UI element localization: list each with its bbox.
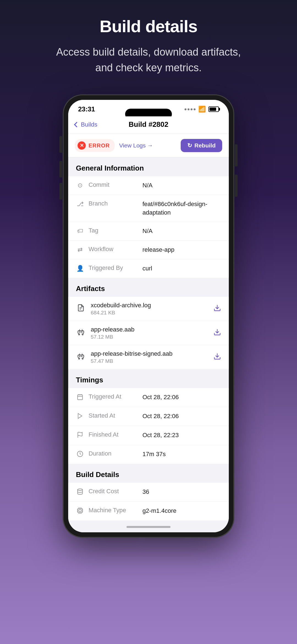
- finished-at-label: Finished At: [89, 431, 138, 438]
- error-badge: ✕ ERROR: [75, 139, 115, 152]
- svg-point-6: [79, 356, 80, 357]
- branch-label: Branch: [89, 200, 138, 207]
- artifact-row-1: xcodebuild-archive.log 684.21 KB: [68, 297, 229, 321]
- triggered-at-label: Triggered At: [89, 393, 138, 400]
- android-icon-1: [76, 328, 86, 338]
- back-button[interactable]: Builds: [75, 121, 97, 128]
- artifacts-header: Artifacts: [68, 278, 229, 297]
- workflow-icon: ⇄: [76, 246, 84, 253]
- artifact-name-1: xcodebuild-archive.log: [91, 302, 208, 309]
- database-icon: [76, 488, 84, 497]
- finished-at-row: Finished At Oct 28, 22:23: [68, 426, 229, 445]
- nav-bar: Builds Build #2802: [68, 116, 229, 134]
- artifact-info-3: app-release-bitrise-signed.aab 57.47 MB: [91, 350, 208, 364]
- artifact-name-3: app-release-bitrise-signed.aab: [91, 350, 208, 357]
- download-button-3[interactable]: [213, 352, 221, 362]
- phone-screen: 23:31 📶 Builds Build #2802: [68, 100, 229, 532]
- duration-value: 17m 37s: [142, 450, 221, 459]
- workflow-label: Workflow: [89, 246, 138, 253]
- commit-row: ⊙ Commit N/A: [68, 176, 229, 195]
- flag-icon: [76, 432, 84, 440]
- play-icon: [76, 413, 84, 421]
- phone-frame: 23:31 📶 Builds Build #2802: [63, 95, 234, 537]
- error-icon: ✕: [78, 141, 86, 150]
- artifact-row-2: app-release.aab 57.12 MB: [68, 321, 229, 345]
- triggered-by-label: Triggered By: [89, 264, 138, 272]
- file-icon: [76, 304, 86, 314]
- back-label[interactable]: Builds: [81, 121, 97, 128]
- home-bar: [127, 526, 170, 528]
- timings-header: Timings: [68, 369, 229, 388]
- general-info-header: General Information: [68, 157, 229, 176]
- artifact-row-3: app-release-bitrise-signed.aab 57.47 MB: [68, 345, 229, 369]
- triggered-at-value: Oct 28, 22:06: [142, 393, 221, 402]
- download-button-2[interactable]: [213, 328, 221, 338]
- triggered-by-value: curl: [142, 264, 221, 273]
- chevron-left-icon: [74, 122, 79, 127]
- tag-icon: 🏷: [76, 228, 84, 235]
- started-at-label: Started At: [89, 412, 138, 419]
- error-text: ERROR: [89, 142, 110, 149]
- svg-point-4: [81, 332, 82, 332]
- artifact-info-1: xcodebuild-archive.log 684.21 KB: [91, 302, 208, 316]
- started-at-value: Oct 28, 22:06: [142, 412, 221, 421]
- svg-point-7: [81, 356, 82, 357]
- build-details-header: Build Details: [68, 464, 229, 483]
- svg-rect-17: [78, 508, 82, 513]
- artifacts-card: xcodebuild-archive.log 684.21 KB: [68, 297, 229, 369]
- duration-label: Duration: [89, 450, 138, 457]
- triggered-by-row: 👤 Triggered By curl: [68, 259, 229, 278]
- triggered-by-icon: 👤: [76, 265, 84, 272]
- rebuild-button[interactable]: ↻ Rebuild: [181, 139, 222, 152]
- clock-icon: [76, 451, 84, 459]
- calendar-icon: [76, 394, 84, 402]
- artifact-size-2: 57.12 MB: [91, 334, 208, 340]
- wifi-icon: 📶: [198, 106, 206, 113]
- battery-icon: [208, 106, 219, 112]
- commit-value: N/A: [142, 181, 221, 190]
- workflow-row: ⇄ Workflow release-app: [68, 241, 229, 259]
- branch-row: ⎇ Branch feat/#86c0nk6uf-design-adaptati…: [68, 195, 229, 222]
- branch-value: feat/#86c0nk6uf-design-adaptation: [142, 200, 221, 217]
- svg-rect-9: [78, 395, 82, 400]
- svg-marker-13: [78, 413, 82, 418]
- machine-type-row: Machine Type g2-m1.4core: [68, 502, 229, 520]
- tag-value: N/A: [142, 227, 221, 235]
- build-title: Build #2802: [129, 120, 169, 129]
- finished-at-value: Oct 28, 22:23: [142, 431, 221, 440]
- started-at-row: Started At Oct 28, 22:06: [68, 407, 229, 426]
- status-banner: ✕ ERROR View Logs → ↻ Rebuild: [68, 134, 229, 157]
- svg-rect-18: [79, 509, 81, 512]
- artifact-size-3: 57.47 MB: [91, 358, 208, 364]
- commit-label: Commit: [89, 181, 138, 188]
- machine-type-value: g2-m1.4core: [142, 507, 221, 515]
- page-title: Build details: [100, 17, 197, 36]
- build-details-card: Credit Cost 36: [68, 483, 229, 520]
- page-subtitle: Access build details, download artifacts…: [52, 44, 245, 76]
- status-time: 23:31: [78, 105, 95, 113]
- timings-card: Triggered At Oct 28, 22:06 Started At Oc…: [68, 388, 229, 464]
- signal-indicator: [185, 108, 196, 110]
- view-logs-link[interactable]: View Logs →: [119, 142, 153, 149]
- svg-point-3: [79, 332, 80, 332]
- credit-cost-label: Credit Cost: [89, 488, 138, 495]
- rebuild-icon: ↻: [187, 142, 192, 149]
- status-icons: 📶: [185, 106, 219, 113]
- credit-cost-row: Credit Cost 36: [68, 483, 229, 502]
- download-button-1[interactable]: [213, 304, 221, 314]
- machine-type-label: Machine Type: [89, 507, 138, 514]
- svg-point-16: [78, 489, 82, 490]
- tag-label: Tag: [89, 227, 138, 234]
- artifact-name-2: app-release.aab: [91, 326, 208, 333]
- tag-row: 🏷 Tag N/A: [68, 222, 229, 241]
- artifact-info-2: app-release.aab 57.12 MB: [91, 326, 208, 340]
- triggered-at-row: Triggered At Oct 28, 22:06: [68, 388, 229, 407]
- branch-icon: ⎇: [76, 201, 84, 208]
- status-bar: 23:31 📶: [68, 100, 229, 116]
- duration-row: Duration 17m 37s: [68, 445, 229, 464]
- cpu-icon: [76, 507, 84, 516]
- general-info-card: ⊙ Commit N/A ⎇ Branch feat/#86c0nk6uf-de…: [68, 176, 229, 278]
- home-indicator: [68, 520, 229, 532]
- artifact-size-1: 684.21 KB: [91, 310, 208, 316]
- credit-cost-value: 36: [142, 488, 221, 496]
